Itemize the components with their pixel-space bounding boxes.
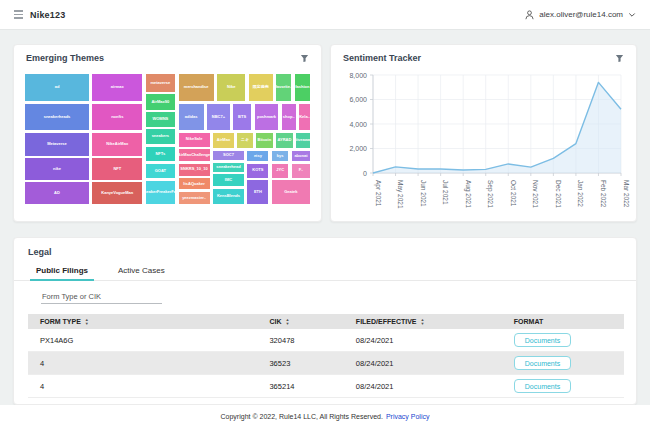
treemap-tile[interactable]: JYC xyxy=(271,163,290,179)
treemap-tile[interactable]: nonfts xyxy=(91,103,143,131)
treemap-tile[interactable]: AirMax xyxy=(212,132,235,149)
treemap-tile[interactable]: AD xyxy=(24,181,90,205)
svg-text:2,000: 2,000 xyxy=(349,145,367,152)
treemap-tile[interactable]: ニキ xyxy=(236,132,253,149)
svg-text:Feb 2022: Feb 2022 xyxy=(600,180,607,208)
svg-text:Oct 2021: Oct 2021 xyxy=(510,180,517,207)
table-row: 436521408/24/2021Documents xyxy=(28,375,624,398)
user-menu[interactable]: alex.oliver@rule14.com xyxy=(525,10,636,20)
treemap-tile[interactable]: NFT xyxy=(91,157,143,180)
sentiment-tracker-title: Sentiment Tracker xyxy=(343,53,421,63)
treemap-tile[interactable]: fashion xyxy=(294,73,311,102)
documents-button[interactable]: Documents xyxy=(514,379,571,393)
form-type-cik-input[interactable] xyxy=(41,290,162,304)
svg-text:6,000: 6,000 xyxy=(349,96,367,103)
column-header-form-type[interactable]: FORM TYPE▲▼ xyxy=(28,314,257,329)
top-bar: Nike123 alex.oliver@rule14.com xyxy=(0,0,650,30)
svg-text:Nov 2021: Nov 2021 xyxy=(532,180,539,208)
treemap-tile[interactable]: etsy xyxy=(246,150,269,163)
treemap-tile[interactable]: ad xyxy=(24,73,90,102)
chevron-down-icon xyxy=(628,12,636,18)
emerging-themes-title: Emerging Themes xyxy=(26,53,104,63)
sort-icon[interactable]: ▲▼ xyxy=(421,318,425,324)
treemap-tile[interactable]: sneakerhead xyxy=(212,162,245,173)
filings-table-head-row: FORM TYPE▲▼CIK▲▼FILED/EFFECTIVE▲▼FORMAT xyxy=(28,314,624,329)
svg-text:0: 0 xyxy=(363,170,367,177)
treemap-tile[interactable]: NFTs xyxy=(145,146,177,163)
treemap-tile[interactable]: kys xyxy=(271,150,290,163)
treemap-tile[interactable]: 限定発売 xyxy=(248,73,274,102)
treemap-tile[interactable]: NBC7+ xyxy=(206,103,230,131)
column-header-filed-effective[interactable]: FILED/EFFECTIVE▲▼ xyxy=(344,314,502,329)
svg-text:8,000: 8,000 xyxy=(349,72,367,79)
treemap-tile[interactable]: KanyeVogueMan xyxy=(91,181,143,205)
treemap-tile[interactable]: favorite.. xyxy=(275,73,292,102)
svg-text:Aug 2021: Aug 2021 xyxy=(464,180,472,208)
legal-title: Legal xyxy=(14,238,636,263)
treemap-tile[interactable]: KOTS xyxy=(246,163,269,179)
treemap-tile[interactable]: Kela.. xyxy=(298,103,311,131)
treemap-tile[interactable]: adidas xyxy=(178,103,205,131)
treemap-tile[interactable]: AirMaxChallenge xyxy=(178,148,211,162)
svg-text:May 2021: May 2021 xyxy=(396,180,404,209)
treemap-tile[interactable]: F.. xyxy=(291,163,311,179)
brand-name: Nike123 xyxy=(30,10,65,20)
treemap-tile[interactable]: ItsAQuaker xyxy=(178,177,211,190)
svg-text:Sep 2021: Sep 2021 xyxy=(486,180,494,208)
treemap-tile[interactable]: NikeSale xyxy=(178,132,211,148)
svg-text:Apr 2021: Apr 2021 xyxy=(374,180,382,207)
treemap-tile[interactable]: yeezmaster.. xyxy=(178,191,211,205)
treemap-tile[interactable]: Metaverse xyxy=(24,132,90,157)
treemap-tile[interactable]: KensBlends xyxy=(212,188,245,205)
sentiment-tracker-card: Sentiment Tracker 02,0004,0006,0008,000A… xyxy=(330,44,637,222)
treemap-tile[interactable]: shop.. xyxy=(281,103,297,131)
treemap-tile[interactable]: Giveaway xyxy=(295,132,311,149)
user-email: alex.oliver@rule14.com xyxy=(539,10,623,19)
treemap: adsneakerheadsMetaversenikeADairmaxnonft… xyxy=(24,73,311,205)
brand: Nike123 xyxy=(14,10,65,20)
treemap-tile[interactable]: abonat xyxy=(291,150,311,163)
treemap-tile[interactable]: IMC xyxy=(212,173,245,187)
treemap-tile[interactable]: merchandise xyxy=(178,73,215,102)
filter-icon[interactable] xyxy=(615,54,624,63)
sort-icon[interactable]: ▲▼ xyxy=(85,318,89,324)
treemap-tile[interactable]: GOAT xyxy=(145,163,177,180)
sort-icon[interactable]: ▲▼ xyxy=(286,318,290,324)
tab-active-cases[interactable]: Active Cases xyxy=(116,263,167,280)
treemap-tile[interactable]: SNKRS_10_10 xyxy=(178,163,211,177)
svg-text:Jul 2021: Jul 2021 xyxy=(442,180,449,205)
treemap-tile[interactable]: ETH xyxy=(246,179,269,205)
treemap-tile[interactable]: sneakerheads xyxy=(24,103,90,131)
treemap-tile[interactable]: nike xyxy=(24,157,90,180)
treemap-tile[interactable]: SOC7 xyxy=(212,150,245,162)
documents-button[interactable]: Documents xyxy=(514,356,571,370)
svg-text:Jan 2022: Jan 2022 xyxy=(577,180,584,207)
documents-button[interactable]: Documents xyxy=(514,333,571,347)
treemap-tile[interactable]: AYRAD xyxy=(275,132,294,149)
treemap-tile[interactable]: poshmark xyxy=(254,103,280,131)
filter-icon[interactable] xyxy=(300,54,309,63)
legal-tabs: Public FilingsActive Cases xyxy=(34,263,636,280)
treemap-tile[interactable]: NikeAirMax xyxy=(91,132,143,157)
treemap-tile[interactable]: AirMax90 xyxy=(145,93,177,110)
filings-table-body: PX14A6G32047808/24/2021Documents43652308… xyxy=(28,329,624,398)
privacy-policy-link[interactable]: Privacy Policy xyxy=(386,413,430,420)
tab-public-filings[interactable]: Public Filings xyxy=(34,263,90,280)
treemap-tile[interactable]: Nike xyxy=(216,73,246,102)
treemap-tile[interactable]: airmax xyxy=(91,73,143,102)
svg-text:Mar 2022: Mar 2022 xyxy=(623,180,630,208)
svg-text:4,000: 4,000 xyxy=(349,121,367,128)
column-header-cik[interactable]: CIK▲▼ xyxy=(257,314,343,329)
hamburger-menu-icon[interactable] xyxy=(14,10,23,19)
treemap-tile[interactable]: Geatek xyxy=(271,179,311,205)
treemap-tile[interactable]: WOMNS xyxy=(145,111,177,128)
treemap-tile[interactable]: BTS xyxy=(232,103,252,131)
treemap-tile[interactable]: SneakerFreakerFam xyxy=(145,180,177,205)
treemap-tile[interactable]: metaverse xyxy=(145,73,177,93)
footer: Copyright © 2022, Rule14 LLC, All Rights… xyxy=(0,405,650,428)
filings-table: FORM TYPE▲▼CIK▲▼FILED/EFFECTIVE▲▼FORMAT … xyxy=(28,314,624,398)
treemap-tile[interactable]: sneakers xyxy=(145,128,177,145)
treemap-tile[interactable]: Bitcoin xyxy=(255,132,274,149)
sentiment-chart: 02,0004,0006,0008,000Apr 2021May 2021Jun… xyxy=(337,69,630,223)
legal-card: Legal Public FilingsActive Cases FORM TY… xyxy=(13,237,637,405)
